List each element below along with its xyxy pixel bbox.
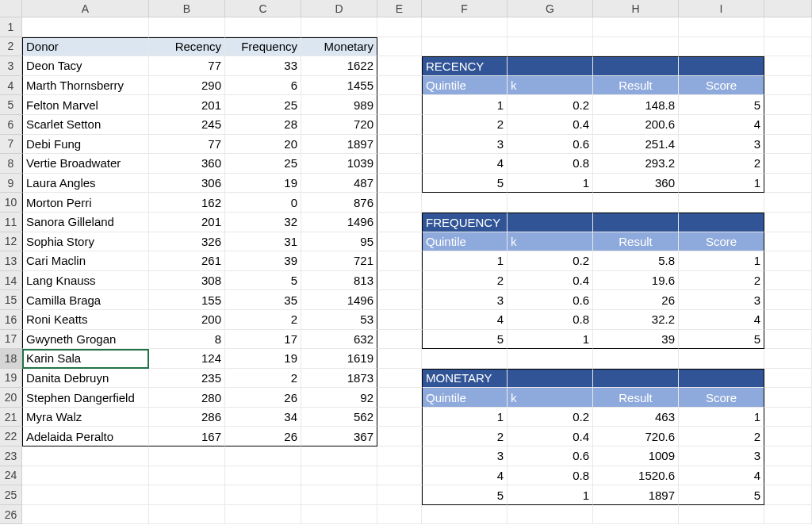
donor-name[interactable]: Laura Angles	[22, 174, 149, 194]
score-value[interactable]: 1	[679, 251, 764, 271]
donor-monetary[interactable]: 1039	[301, 154, 377, 174]
result-value[interactable]: 463	[593, 408, 679, 427]
donor-frequency[interactable]: 5	[225, 271, 301, 291]
col-header-F[interactable]: F	[422, 0, 508, 17]
result-value[interactable]: 19.6	[593, 271, 679, 291]
cell-E25[interactable]	[377, 485, 422, 505]
donor-monetary[interactable]: 1873	[301, 369, 377, 389]
row-header-2[interactable]: 2	[0, 37, 22, 57]
score-value[interactable]: 4	[679, 115, 764, 135]
col-header-G[interactable]: G	[508, 0, 593, 17]
cell-A24[interactable]	[22, 466, 149, 486]
cell-H18[interactable]	[593, 349, 679, 369]
donor-name[interactable]: Deon Tacy	[22, 56, 149, 76]
donor-name[interactable]: Lang Knauss	[22, 271, 149, 291]
donor-header-frequency[interactable]: Frequency	[225, 37, 301, 57]
cell-F18[interactable]	[422, 349, 508, 369]
cell-E26[interactable]	[377, 505, 422, 525]
cell-E22[interactable]	[377, 427, 422, 446]
donor-recency[interactable]: 286	[149, 408, 225, 427]
cell-E23[interactable]	[377, 446, 422, 466]
cell-E19[interactable]	[377, 369, 422, 389]
score-value[interactable]: 5	[679, 330, 764, 350]
donor-name[interactable]: Stephen Dangerfield	[22, 388, 149, 408]
score-value[interactable]: 1	[679, 174, 764, 194]
donor-recency[interactable]: 306	[149, 174, 225, 194]
score-value[interactable]: 2	[679, 271, 764, 291]
side-title-frequency[interactable]: FREQUENCY	[422, 213, 508, 232]
donor-recency[interactable]: 201	[149, 95, 225, 115]
col-header-H[interactable]: H	[593, 0, 679, 17]
donor-monetary[interactable]: 632	[301, 330, 377, 350]
donor-monetary[interactable]: 53	[301, 310, 377, 330]
donor-name[interactable]: Sanora Gilleland	[22, 213, 149, 232]
cell-A25[interactable]	[22, 485, 149, 505]
donor-frequency[interactable]: 25	[225, 95, 301, 115]
cell-C26[interactable]	[225, 505, 301, 525]
donor-recency[interactable]: 261	[149, 251, 225, 271]
donor-name[interactable]: Sophia Story	[22, 232, 149, 252]
cell-E15[interactable]	[377, 290, 422, 310]
donor-monetary[interactable]: 721	[301, 251, 377, 271]
donor-monetary[interactable]: 876	[301, 193, 377, 213]
score-value[interactable]: 4	[679, 466, 764, 486]
result-value[interactable]: 1520.6	[593, 466, 679, 486]
donor-name[interactable]: Morton Perri	[22, 193, 149, 213]
cell-I26[interactable]	[679, 505, 764, 525]
score-value[interactable]: 3	[679, 290, 764, 310]
cell-E17[interactable]	[377, 330, 422, 350]
row-header-14[interactable]: 14	[0, 271, 22, 291]
side-header-quintile[interactable]: Quintile	[422, 232, 508, 252]
k-value[interactable]: 0.4	[508, 271, 593, 291]
row-header-12[interactable]: 12	[0, 232, 22, 252]
side-header-result[interactable]: Result	[593, 232, 679, 252]
donor-frequency[interactable]: 2	[225, 310, 301, 330]
row-header-9[interactable]: 9	[0, 174, 22, 194]
donor-frequency[interactable]: 28	[225, 115, 301, 135]
row-header-6[interactable]: 6	[0, 115, 22, 135]
donor-recency[interactable]: 308	[149, 271, 225, 291]
cell-I3[interactable]	[679, 56, 764, 76]
result-value[interactable]: 148.8	[593, 95, 679, 115]
row-header-16[interactable]: 16	[0, 310, 22, 330]
cell-E24[interactable]	[377, 466, 422, 486]
quintile-value[interactable]: 5	[422, 330, 508, 350]
row-header-7[interactable]: 7	[0, 135, 22, 155]
cell-D24[interactable]	[301, 466, 377, 486]
quintile-value[interactable]: 4	[422, 466, 508, 486]
select-all-corner[interactable]	[0, 0, 22, 17]
cell-A26[interactable]	[22, 505, 149, 525]
cell-B25[interactable]	[149, 485, 225, 505]
donor-name[interactable]: Felton Marvel	[22, 95, 149, 115]
cell-G18[interactable]	[508, 349, 593, 369]
side-title-recency[interactable]: RECENCY	[422, 56, 508, 76]
score-value[interactable]: 2	[679, 154, 764, 174]
quintile-value[interactable]: 1	[422, 408, 508, 427]
row-header-23[interactable]: 23	[0, 446, 22, 466]
donor-header-monetary[interactable]: Monetary	[301, 37, 377, 57]
donor-name[interactable]: Marth Thornsberry	[22, 76, 149, 96]
cell-I18[interactable]	[679, 349, 764, 369]
donor-frequency[interactable]: 32	[225, 213, 301, 232]
result-value[interactable]: 1897	[593, 485, 679, 505]
quintile-value[interactable]: 4	[422, 310, 508, 330]
donor-monetary[interactable]: 1619	[301, 349, 377, 369]
spreadsheet-grid[interactable]: DonorRecencyFrequencyMonetaryDeon Tacy77…	[22, 17, 812, 525]
score-value[interactable]: 4	[679, 310, 764, 330]
k-value[interactable]: 0.4	[508, 427, 593, 446]
row-header-17[interactable]: 17	[0, 330, 22, 350]
cell-H11[interactable]	[593, 213, 679, 232]
cell-G11[interactable]	[508, 213, 593, 232]
cell-B26[interactable]	[149, 505, 225, 525]
donor-monetary[interactable]: 1496	[301, 290, 377, 310]
cell-E6[interactable]	[377, 115, 422, 135]
cell-D1[interactable]	[301, 17, 377, 37]
row-header-22[interactable]: 22	[0, 427, 22, 446]
cell-E2[interactable]	[377, 37, 422, 57]
cell-D23[interactable]	[301, 446, 377, 466]
cell-F2[interactable]	[422, 37, 508, 57]
cell-H10[interactable]	[593, 193, 679, 213]
row-header-25[interactable]: 25	[0, 485, 22, 505]
row-header-11[interactable]: 11	[0, 213, 22, 232]
k-value[interactable]: 0.6	[508, 290, 593, 310]
